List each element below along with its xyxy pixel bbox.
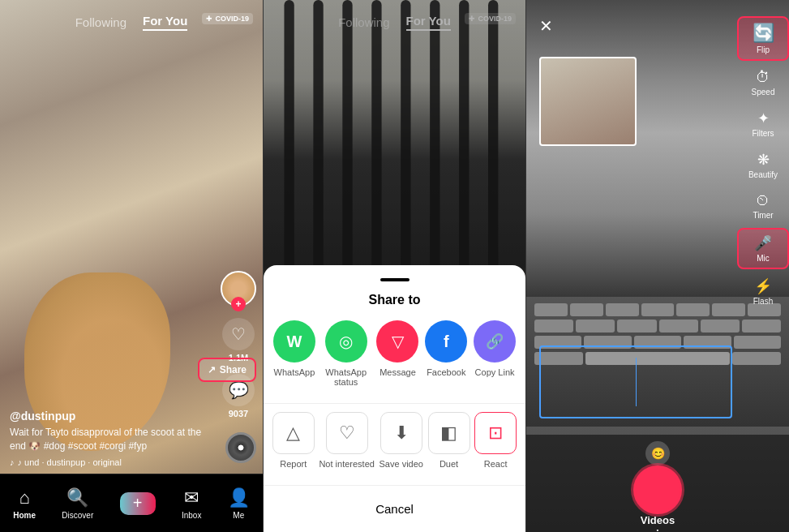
- left-panel: Following For You ✚ COVID-19 + ♡ 1.1M 💬 …: [0, 0, 263, 532]
- filters-icon: ✦: [757, 109, 770, 127]
- flash-label: Flash: [753, 297, 773, 306]
- mic-button[interactable]: 🎤 Mic: [737, 228, 789, 269]
- left-foryou-tab[interactable]: For You: [143, 14, 187, 31]
- left-comment-count: 9037: [229, 409, 248, 418]
- timer-button[interactable]: ⏲ Timer: [737, 187, 789, 225]
- report-icon: △: [272, 412, 315, 454]
- copy-link-label: Copy Link: [475, 367, 515, 377]
- right-panel: ✕ 🔄 Flip ⏱ Speed ✦ Filters ❋ Beautify ⏲: [526, 0, 789, 532]
- speed-icon: ⏱: [756, 69, 770, 86]
- key: [742, 320, 781, 332]
- focus-rectangle: [539, 345, 732, 418]
- share-whatsapp[interactable]: W WhatsApp: [273, 320, 315, 387]
- left-music-disc: [225, 432, 256, 463]
- flash-icon: ⚡: [754, 277, 772, 295]
- react-label: React: [484, 459, 508, 469]
- camera-sidebar: 🔄 Flip ⏱ Speed ✦ Filters ❋ Beautify ⏲ Ti…: [737, 16, 789, 311]
- videos-label: Videos: [641, 514, 675, 526]
- nav-inbox[interactable]: ✉ Inbox: [182, 487, 201, 520]
- key: [701, 320, 740, 332]
- share-divider-2: [264, 485, 525, 486]
- key: [617, 320, 656, 332]
- flip-label: Flip: [757, 45, 770, 54]
- duet-label: Duet: [440, 459, 458, 469]
- key: [570, 303, 603, 316]
- effects-icon: 😊: [651, 447, 665, 460]
- share-icons-row: W WhatsApp ◎ WhatsApp status ▽ Message: [264, 320, 525, 387]
- action-not-interested[interactable]: ♡ Not interested: [319, 412, 374, 469]
- modal-handle: [380, 278, 410, 281]
- whatsapp-icon: W: [273, 320, 315, 363]
- nav-add[interactable]: +: [120, 492, 156, 515]
- effects-button[interactable]: 😊: [645, 441, 670, 466]
- videos-label-row: Videos •: [641, 514, 675, 532]
- flip-button[interactable]: 🔄 Flip: [737, 16, 789, 61]
- left-following-tab[interactable]: Following: [75, 15, 126, 29]
- plus-icon: +: [133, 494, 143, 513]
- react-icon: ⊡: [474, 412, 517, 454]
- key-return: [732, 352, 781, 365]
- action-report[interactable]: △ Report: [272, 412, 315, 469]
- left-top-nav: Following For You ✚ COVID-19: [0, 0, 263, 45]
- filters-label: Filters: [752, 129, 774, 138]
- filters-button[interactable]: ✦ Filters: [737, 105, 789, 143]
- add-button[interactable]: +: [120, 492, 156, 515]
- copy-link-icon: 🔗: [474, 320, 516, 363]
- effects-row: 😊: [645, 441, 670, 466]
- beautify-icon: ❋: [757, 151, 770, 169]
- message-icon: ▽: [376, 320, 418, 363]
- keyboard-row-2: [526, 320, 789, 336]
- discover-icon: 🔍: [66, 487, 88, 508]
- left-music-text: ♪ und · dustinpup · original: [18, 457, 122, 467]
- action-duet[interactable]: ◧ Duet: [428, 412, 470, 469]
- left-share-button[interactable]: ↗ Share: [198, 358, 256, 382]
- discover-label: Discover: [62, 511, 93, 520]
- key: [659, 320, 698, 332]
- share-label: Share: [220, 364, 247, 375]
- left-avatar[interactable]: +: [221, 271, 256, 307]
- camera-controls: [526, 466, 789, 514]
- nav-home[interactable]: ⌂ Home: [13, 487, 36, 520]
- left-like-btn[interactable]: ♡ 1.1M: [222, 318, 255, 363]
- nav-discover[interactable]: 🔍 Discover: [62, 487, 93, 520]
- camera-close-button[interactable]: ✕: [539, 16, 553, 36]
- key: [534, 303, 568, 316]
- camera-preview-box: [539, 57, 637, 146]
- beautify-label: Beautify: [748, 170, 778, 179]
- left-bottom-nav: ⌂ Home 🔍 Discover + ✉ Inbox 👤 Me: [0, 474, 263, 532]
- cancel-button[interactable]: Cancel: [264, 494, 525, 516]
- flash-button[interactable]: ⚡ Flash: [737, 272, 789, 311]
- nav-me[interactable]: 👤 Me: [228, 487, 250, 520]
- cursor-line: [636, 358, 637, 406]
- mic-label: Mic: [757, 254, 770, 263]
- key: [734, 336, 781, 349]
- share-actions-row: △ Report ♡ Not interested ⬇ Save video ◧…: [264, 412, 525, 469]
- whatsapp-label: WhatsApp: [274, 367, 315, 377]
- share-modal: Share to W WhatsApp ◎ WhatsApp status ▽: [264, 265, 525, 532]
- action-save-video[interactable]: ⬇ Save video: [379, 412, 423, 469]
- me-label: Me: [233, 511, 244, 520]
- share-copy-link[interactable]: 🔗 Copy Link: [474, 320, 516, 387]
- key: [676, 303, 710, 316]
- me-icon: 👤: [228, 487, 250, 508]
- inbox-label: Inbox: [182, 511, 201, 520]
- speed-label: Speed: [752, 88, 775, 97]
- speed-button[interactable]: ⏱ Speed: [737, 64, 789, 101]
- facebook-label: Facebook: [427, 367, 465, 377]
- timer-label: Timer: [753, 211, 773, 220]
- record-button[interactable]: [633, 466, 682, 514]
- save-video-icon: ⬇: [380, 412, 422, 454]
- share-whatsapp-status[interactable]: ◎ WhatsApp status: [322, 320, 371, 387]
- duet-icon: ◧: [428, 412, 470, 454]
- music-note-icon: ♪: [10, 457, 15, 467]
- key: [606, 303, 639, 316]
- share-message[interactable]: ▽ Message: [376, 320, 418, 387]
- share-divider: [264, 403, 525, 404]
- flip-icon: 🔄: [753, 23, 774, 44]
- action-react[interactable]: ⊡ React: [474, 412, 517, 469]
- whatsapp-status-label: WhatsApp status: [322, 367, 371, 387]
- beautify-button[interactable]: ❋ Beautify: [737, 146, 789, 184]
- report-label: Report: [280, 459, 307, 469]
- key: [641, 303, 675, 316]
- share-facebook[interactable]: f Facebook: [425, 320, 467, 387]
